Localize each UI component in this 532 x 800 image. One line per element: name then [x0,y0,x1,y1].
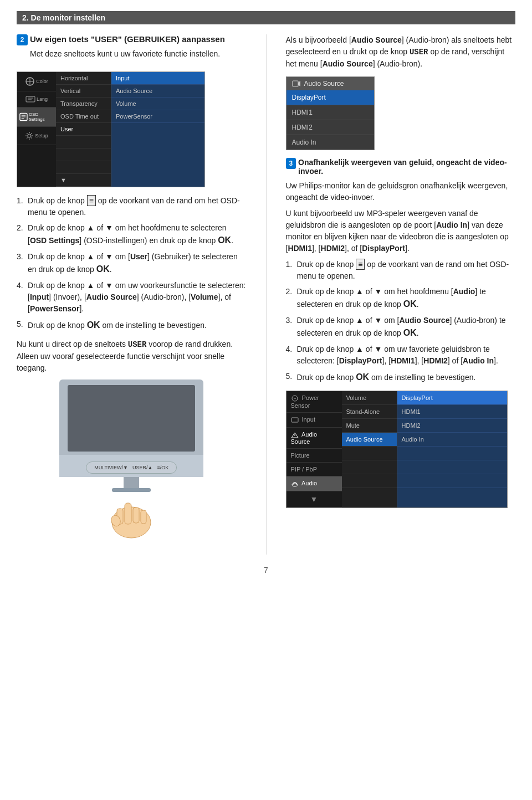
right-intro: Als u bijvoorbeeld [Audio Source] (Audio… [286,34,516,70]
osd-icon-language: Lang [17,91,56,107]
sub-step-1: 1. Druk op de knop ≡ op de voorkant van … [286,259,516,282]
sub-step-2: 2. Druk op de knop ▲ of ▼ om het hoofdme… [286,286,516,311]
osd-menu-mockup: Color Lang OSD Settings Setup [17,71,205,187]
osd-icon-setup: Setup [17,127,56,145]
monitor-screen [68,385,195,452]
osd2-right: DisplayPort HDMI1 HDMI2 Audio In [397,391,507,507]
svg-rect-12 [133,507,139,523]
user-label: USER/▲ [132,465,152,470]
svg-rect-10 [125,503,131,524]
step3-badge: 3 [286,158,296,169]
monitor-illustration: MULTIVIEW/▼ USER/▲ ≡/OK [17,380,247,543]
step3-body1: Uw Philips-monitor kan de geluidsgron on… [286,180,516,203]
sub-step-4: 4. Druk op de knop ▲ of ▼ om uw favoriet… [286,343,516,367]
step2-header: 2 Uw eigen toets "USER" (GEBRUIKER) aanp… [17,34,247,64]
step2-badge: 2 [17,34,28,45]
audio-source-header: Audio Source [287,77,374,90]
osd2-left: Power Sensor Input Audio Source Picture … [287,391,342,507]
osd-right-items: Input Audio Source Volume PowerSensor [111,72,204,187]
svg-rect-19 [291,418,298,422]
step-5: 5. Druk op de knop OK om de instelling t… [17,319,247,332]
monitor-base [112,488,151,492]
audio-source-hdmi1: HDMI1 [287,105,374,120]
svg-rect-13 [141,510,146,524]
step-2: 2. Druk op de knop ▲ of ▼ om het hoofdme… [17,222,247,247]
osd-left-icons: Color Lang OSD Settings Setup [17,72,56,187]
osd2-middle: Volume Stand-Alone Mute Audio Source [342,391,397,507]
column-divider [266,34,267,555]
note-text: Nu kunt u direct op de sneltoets USER vo… [17,339,247,374]
audio-source-hdmi2: HDMI2 [287,120,374,135]
svg-rect-1 [26,96,35,102]
monitor-stand [124,477,139,488]
step-4: 4. Druk op de knop ▲ of ▼ om uw voorkeur… [17,280,247,315]
left-heading: Uw eigen toets "USER" (GEBRUIKER) aanpas… [30,34,225,44]
osd-menu2-mockup: Power Sensor Input Audio Source Picture … [286,391,508,508]
step3-header: 3 Onafhankelijk weergeven van geluid, on… [286,158,516,176]
page-number: 7 [17,566,515,575]
sub-step-5: 5. Druk op de knop OK om de instelling t… [286,371,516,384]
sub-step-3: 3. Druk op de knop ▲ of ▼ om [Audio Sour… [286,315,516,340]
sub-steps-list: 1. Druk op de knop ≡ op de voorkant van … [286,259,516,384]
left-column: 2 Uw eigen toets "USER" (GEBRUIKER) aanp… [17,34,247,555]
osd-middle-items: Horizontal Vertical Transparency OSD Tim… [56,72,111,187]
hand-illustration [98,492,165,543]
svg-rect-15 [293,81,298,86]
monitor-buttons: MULTIVIEW/▼ USER/▲ ≡/OK [86,461,177,474]
steps-list: 1. Druk op de knop ≡ op de voorkant van … [17,195,247,332]
audio-source-displayport: DisplayPort [287,90,374,105]
page-title: 2. De monitor instellen [17,11,515,24]
audio-source-popup: Audio Source DisplayPort HDMI1 HDMI2 Aud… [286,76,375,150]
audio-source-audio-in: Audio In [287,135,374,150]
osd-icon-osd-settings: OSD Settings [17,107,56,127]
monitor-button-area: MULTIVIEW/▼ USER/▲ ≡/OK [59,455,203,477]
step3-heading: Onafhankelijk weergeven van geluid, onge… [298,158,507,176]
ok-label: ≡/OK [157,465,168,470]
step-3: 3. Druk op de knop ▲ of ▼ om [User] (Geb… [17,251,247,276]
step3-body2: U kunt bijvoorbeeld uw MP3-speler weerge… [286,208,516,254]
left-subheading: Met deze sneltoets kunt u uw favoriete f… [30,49,225,58]
step-1: 1. Druk op de knop ≡ op de voorkant van … [17,195,247,218]
right-column: Als u bijvoorbeeld [Audio Source] (Audio… [286,34,516,555]
monitor-body [59,380,203,455]
svg-point-8 [28,134,31,137]
multiview-label: MULTIVIEW/▼ [94,465,128,470]
osd-icon-color: Color [17,72,56,91]
